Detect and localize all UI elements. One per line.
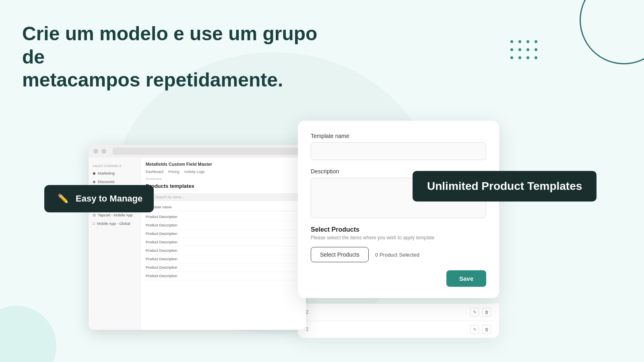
- bottom-row-2: 2 ✎ 🗑: [303, 321, 494, 338]
- select-products-title: Select Products: [311, 226, 486, 233]
- select-products-section: Select Products Please sekect the items …: [311, 226, 486, 262]
- mock-bottom-rows: 2 ✎ 🗑 2 ✎ 🗑: [298, 303, 499, 338]
- edit-icon[interactable]: ✎: [470, 325, 479, 334]
- table-row: Product Description: [146, 247, 301, 255]
- select-products-button[interactable]: Select Products: [311, 247, 369, 262]
- mobile-icon: □: [93, 221, 95, 226]
- table-row: Product Description: [146, 238, 301, 247]
- mock-urlbar: [113, 148, 301, 155]
- mock-nav: Dashboard Pricing Activity Logs: [146, 170, 301, 174]
- breadcrumb: Dashboard: [146, 177, 301, 181]
- select-products-subtitle: Please sekect the items where you wish t…: [311, 235, 486, 241]
- main-heading: Crie um modelo e use um grupo de metacam…: [22, 22, 336, 92]
- mock-close-btn: [93, 149, 98, 154]
- delete-icon[interactable]: 🗑: [482, 325, 491, 334]
- mock-search: 🔍 Search by name...: [146, 193, 301, 201]
- sidebar-item-marketing: ◆ Marketing: [89, 169, 140, 177]
- products-selected-count: 0 Product Selected: [375, 252, 419, 258]
- table-row: Product Description: [146, 255, 301, 263]
- shopify-mockup: Sales channels ◆ Marketing ◈ Discounts ⊞…: [89, 145, 306, 330]
- bg-circle-bottom-left: [0, 306, 56, 362]
- mock-titlebar: [89, 145, 306, 158]
- tapcart-icon: ⊙: [93, 213, 96, 217]
- row-number: 2: [306, 327, 309, 332]
- dots-decoration: [510, 40, 539, 61]
- select-products-row: Select Products 0 Product Selected: [311, 247, 486, 262]
- mock-main-content: Metafields Custom Field Master Dashboard…: [141, 158, 306, 330]
- mock-app-title: Metafields Custom Field Master: [146, 162, 212, 167]
- sidebar-channel-mobile: □ Mobile App - Global: [89, 219, 140, 228]
- sidebar-item-discounts: ◈ Discounts: [89, 177, 140, 186]
- bottom-row-1: 2 ✎ 🗑: [303, 303, 494, 321]
- bg-circle-top-right: [580, 0, 644, 64]
- row-actions: ✎ 🗑: [470, 325, 491, 334]
- mock-page-title: Products templates: [146, 183, 301, 189]
- row-actions: ✎ 🗑: [470, 308, 491, 317]
- table-row: Product Description: [146, 272, 301, 280]
- table-row: Product Description: [146, 230, 301, 238]
- pencil-icon: ✏️: [56, 191, 70, 206]
- save-button[interactable]: Save: [446, 270, 486, 287]
- table-row: Product Description: [146, 221, 301, 230]
- edit-icon[interactable]: ✎: [470, 308, 479, 317]
- nav-pricing: Pricing: [168, 170, 180, 174]
- table-row: Product Description: [146, 213, 301, 221]
- template-name-label: Template name: [311, 133, 486, 139]
- marketing-icon: ◆: [93, 171, 96, 175]
- discounts-icon: ◈: [93, 179, 96, 184]
- delete-icon[interactable]: 🗑: [482, 308, 491, 317]
- row-number: 2: [306, 309, 309, 315]
- mock-table-header: Template name: [146, 205, 301, 211]
- form-card: Template name Description Select Product…: [298, 121, 499, 298]
- mock-col-template-name: Template name: [146, 205, 301, 209]
- sidebar-section: Sales channels: [89, 161, 140, 169]
- template-name-input[interactable]: [311, 142, 486, 160]
- mock-body: Sales channels ◆ Marketing ◈ Discounts ⊞…: [89, 158, 306, 330]
- unlimited-badge: Unlimited Product Templates: [413, 171, 597, 202]
- mock-min-btn: [101, 149, 106, 154]
- mock-topbar: Metafields Custom Field Master: [146, 162, 301, 167]
- nav-activity: Activity Logs: [184, 170, 205, 174]
- mock-sidebar: Sales channels ◆ Marketing ◈ Discounts ⊞…: [89, 158, 141, 330]
- easy-to-manage-badge: ✏️ Easy to Manage: [44, 185, 154, 212]
- table-row: Product Description: [146, 263, 301, 272]
- nav-dashboard: Dashboard: [146, 170, 163, 174]
